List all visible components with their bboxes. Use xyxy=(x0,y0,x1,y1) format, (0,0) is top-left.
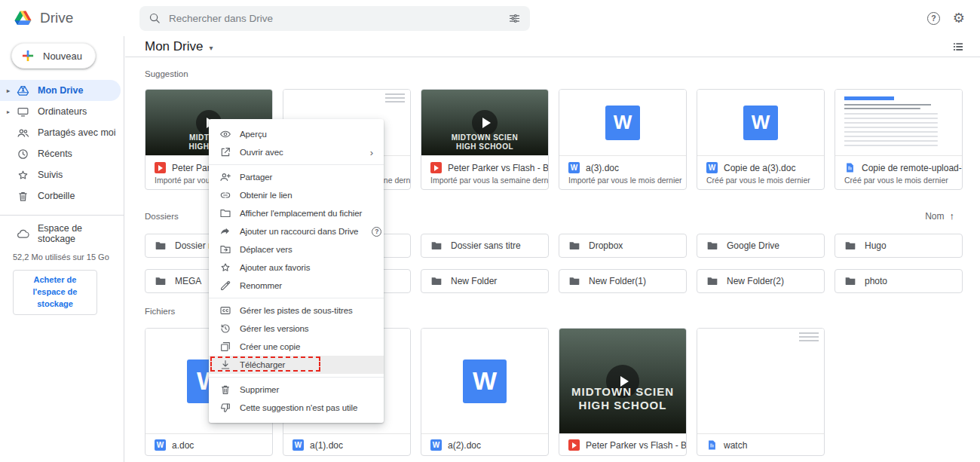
new-button[interactable]: Nouveau xyxy=(11,43,96,69)
suggestion-card[interactable]: WWa(3).docImporté par vous le mois derni… xyxy=(559,89,687,190)
file-name: watch xyxy=(724,440,747,451)
menu-item-ajouter-un-raccourci-dans-drive[interactable]: Ajouter un raccourci dans Drive? xyxy=(209,222,384,240)
settings-icon[interactable]: ⚙ xyxy=(953,11,965,25)
folder-chip[interactable]: New Folder(2) xyxy=(697,269,825,293)
folder-chip[interactable]: Google Drive xyxy=(697,234,825,258)
doc-page-icon xyxy=(844,162,856,173)
sidebar-item-partages-avec-moi[interactable]: Partagés avec moi xyxy=(0,122,121,143)
list-view-icon[interactable] xyxy=(951,40,965,54)
video-file-icon xyxy=(568,439,580,451)
help-circle-icon[interactable]: ? xyxy=(372,227,381,237)
menu-item-gerer-les-pistes-de-sous-titres[interactable]: Gérer les pistes de sous-titres xyxy=(209,301,384,320)
menu-item-cette-suggestion-n-est-pas-utile[interactable]: Cette suggestion n'est pas utile xyxy=(209,399,384,417)
context-menu: AperçuOuvrir avec›PartagerObtenir le lie… xyxy=(209,119,384,423)
help-icon[interactable]: ? xyxy=(927,12,940,25)
file-card[interactable]: watch xyxy=(697,328,825,456)
folder-chip[interactable]: photo xyxy=(835,269,963,293)
menu-item-creer-une-copie[interactable]: Créer une copie xyxy=(209,338,384,356)
search-input[interactable] xyxy=(169,13,501,24)
suggestion-card[interactable]: Copie de remote-upload-to-g...Créé par v… xyxy=(835,89,963,190)
sidebar-item-label: Partagés avec moi xyxy=(38,127,116,138)
folder-name: New Folder(1) xyxy=(589,276,646,286)
cc-icon xyxy=(219,304,231,317)
folder-solid-icon xyxy=(706,240,718,252)
sidebar-item-suivis[interactable]: Suivis xyxy=(0,164,121,185)
person-add-icon xyxy=(219,171,231,183)
plus-icon xyxy=(20,48,35,63)
sidebar-item-ordinateurs[interactable]: ▸Ordinateurs xyxy=(0,101,121,122)
word-file-icon: W xyxy=(155,439,166,451)
breadcrumb[interactable]: Mon Drive ▾ xyxy=(145,39,213,54)
sidebar-item-corbeille[interactable]: Corbeille xyxy=(0,185,121,207)
menu-item-obtenir-le-lien[interactable]: Obtenir le lien xyxy=(209,186,384,204)
folder-chip[interactable]: New Folder(1) xyxy=(559,269,687,293)
folder-chip[interactable]: Hugo xyxy=(835,234,963,258)
suggestion-card[interactable]: MIDTOWN SCIENHIGH SCHOOLPeter Parker vs … xyxy=(421,89,549,190)
menu-item-apercu[interactable]: Aperçu xyxy=(209,125,384,143)
link-icon xyxy=(219,189,231,201)
word-file-icon: W xyxy=(430,439,442,451)
file-subtitle: Importé par vous le mois dernier xyxy=(559,176,686,185)
suggestion-card[interactable]: WWCopie de a(3).docCréé par vous le mois… xyxy=(697,89,825,190)
buy-storage-button[interactable]: Acheter de l'espace de stockage xyxy=(13,270,97,315)
menu-item-label: Afficher l'emplacement du fichier xyxy=(240,209,362,218)
menu-item-gerer-les-versions[interactable]: Gérer les versions xyxy=(209,320,384,338)
search-bar[interactable] xyxy=(139,6,530,31)
folder-solid-icon xyxy=(430,275,443,287)
file-thumbnail: MIDTOWN SCIENHIGH SCHOOL xyxy=(421,90,548,155)
menu-item-label: Partager xyxy=(240,173,272,182)
topbar-actions: ? ⚙ xyxy=(927,11,980,25)
video-file-icon xyxy=(430,162,442,173)
history-icon xyxy=(219,323,231,335)
menu-item-supprimer[interactable]: Supprimer xyxy=(209,381,384,399)
drive-logo[interactable]: Drive xyxy=(0,9,127,27)
menu-item-deplacer-vers[interactable]: Déplacer vers xyxy=(209,240,384,259)
sidebar-item-recents[interactable]: Récents xyxy=(0,143,121,164)
file-name-row: Wa(2).doc xyxy=(421,433,548,456)
drive-logo-icon xyxy=(13,9,33,27)
chevron-expand-icon: ▸ xyxy=(7,109,17,115)
file-card[interactable]: WWa(2).doc xyxy=(421,328,549,456)
sidebar-item-espace-de-stockage[interactable]: Espace de stockage xyxy=(0,223,121,244)
file-card[interactable]: MIDTOWN SCIENHIGH SCHOOLPeter Parker vs … xyxy=(559,328,687,456)
menu-item-label: Obtenir le lien xyxy=(240,191,292,200)
file-subtitle: Importé par vous la semaine dernière xyxy=(421,176,548,185)
search-options-icon[interactable] xyxy=(508,12,521,25)
content-header: Mon Drive ▾ xyxy=(125,36,980,57)
sidebar-divider xyxy=(0,215,124,216)
file-name: Copie de remote-upload-to-g... xyxy=(862,163,962,173)
file-name-row: Wa(3).doc xyxy=(559,155,686,176)
menu-item-telecharger[interactable]: Télécharger xyxy=(209,356,384,374)
folder-chip[interactable]: Dossier sans titre xyxy=(421,234,549,258)
sort-label: Nom xyxy=(925,211,944,222)
folder-name: Google Drive xyxy=(727,240,779,251)
folder-chip[interactable]: New Folder xyxy=(421,269,549,293)
file-name-row: Copie de remote-upload-to-g... xyxy=(835,155,962,176)
word-file-icon: W xyxy=(292,439,304,451)
search-icon[interactable] xyxy=(149,12,161,25)
sidebar-item-mon-drive[interactable]: ▸Mon Drive xyxy=(0,80,121,101)
cloud-icon xyxy=(17,228,29,240)
section-folders-title: Dossiers xyxy=(145,212,179,221)
play-icon xyxy=(472,110,498,136)
download-icon xyxy=(219,359,231,371)
menu-item-afficher-l-emplacement-du-fichier[interactable]: Afficher l'emplacement du fichier xyxy=(209,204,384,222)
menu-item-partager[interactable]: Partager xyxy=(209,168,384,186)
chevron-expand-icon: ▸ xyxy=(7,87,17,94)
menu-item-renommer[interactable]: Renommer xyxy=(209,277,384,295)
star-icon xyxy=(17,169,29,182)
chevron-right-icon: › xyxy=(370,148,373,158)
menu-item-label: Renommer xyxy=(240,281,282,290)
file-name: Copie de a(3).doc xyxy=(724,163,795,173)
sidebar-item-label: Récents xyxy=(38,148,72,159)
menu-item-label: Ajouter aux favoris xyxy=(240,263,310,272)
open-with-icon xyxy=(219,146,231,158)
menu-item-ouvrir-avec[interactable]: Ouvrir avec› xyxy=(209,143,384,161)
file-thumbnail: W xyxy=(697,90,824,155)
file-name: Peter Parker vs Flash - Bas... xyxy=(586,440,686,451)
folder-chip[interactable]: Dropbox xyxy=(559,234,687,258)
sidebar-item-label: Corbeille xyxy=(38,191,75,201)
menu-item-ajouter-aux-favoris[interactable]: Ajouter aux favoris xyxy=(209,259,384,277)
menu-item-label: Supprimer xyxy=(240,385,279,394)
sort-control[interactable]: Nom ↑ xyxy=(925,210,954,222)
